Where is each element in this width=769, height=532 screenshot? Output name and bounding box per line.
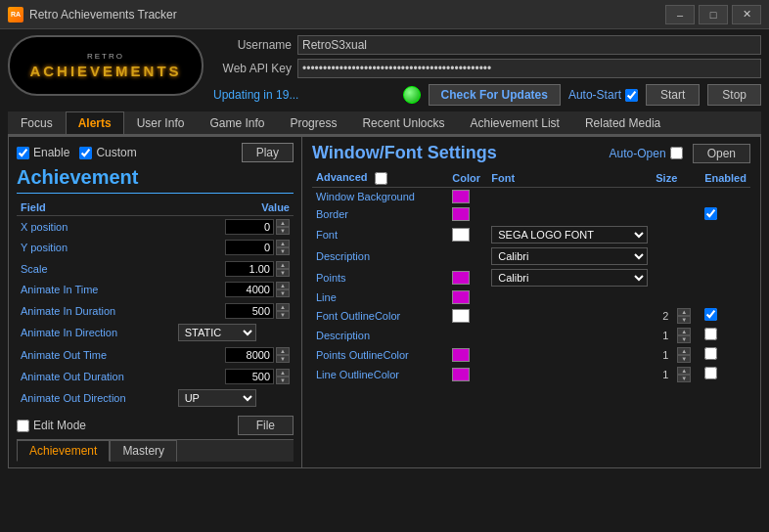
field-name: Y position xyxy=(17,238,174,259)
field-value-input[interactable] xyxy=(225,347,274,363)
size-spinner: 1▲▼ xyxy=(656,328,697,343)
web-api-key-input[interactable] xyxy=(297,59,761,78)
tab-focus[interactable]: Focus xyxy=(8,111,66,134)
size-spinner-down[interactable]: ▼ xyxy=(677,316,691,324)
minimize-button[interactable]: – xyxy=(665,5,695,24)
size-spinner-down[interactable]: ▼ xyxy=(677,375,691,382)
edit-mode-checkbox[interactable] xyxy=(17,420,29,432)
nav-tabs: Focus Alerts User Info Game Info Progres… xyxy=(8,111,761,136)
play-button[interactable]: Play xyxy=(242,143,294,162)
enabled-checkbox[interactable] xyxy=(704,367,717,379)
field-value-input[interactable] xyxy=(225,369,274,384)
font-dropdown[interactable]: Calibri xyxy=(491,247,648,265)
field-dropdown[interactable]: UPDOWNLEFTRIGHTSTATIC xyxy=(178,389,256,407)
size-spinner-up[interactable]: ▲ xyxy=(677,367,691,375)
spinner-down[interactable]: ▼ xyxy=(276,227,290,235)
field-value-input[interactable] xyxy=(225,219,274,235)
color-swatch[interactable] xyxy=(452,207,470,221)
spinner-up[interactable]: ▲ xyxy=(276,240,290,247)
color-swatch[interactable] xyxy=(452,309,470,323)
font-dropdown[interactable]: Calibri xyxy=(491,269,648,287)
enable-checkbox[interactable] xyxy=(17,147,29,159)
spinner-up[interactable]: ▲ xyxy=(276,219,290,227)
maximize-button[interactable]: □ xyxy=(699,5,728,24)
color-swatch[interactable] xyxy=(452,368,470,381)
field-row: X position▲▼ xyxy=(17,216,294,238)
field-value-spinner: ▲▼ xyxy=(178,240,290,255)
field-name: Animate In Duration xyxy=(17,300,174,322)
autostart-checkbox[interactable] xyxy=(625,89,638,102)
auto-open-checkbox[interactable] xyxy=(670,147,683,159)
spinner-up[interactable]: ▲ xyxy=(276,369,290,377)
edit-mode-text: Edit Mode xyxy=(33,419,86,432)
top-section: RETRO ACHIEVEMENTS Username Web API Key … xyxy=(8,35,761,106)
spinner-down[interactable]: ▼ xyxy=(276,247,290,255)
color-swatch[interactable] xyxy=(452,271,470,285)
field-name: Animate In Direction xyxy=(17,322,174,345)
spinner-down[interactable]: ▼ xyxy=(276,377,290,384)
advanced-checkbox[interactable] xyxy=(375,172,387,185)
file-button[interactable]: File xyxy=(238,416,294,435)
tab-achievement-list[interactable]: Achievement List xyxy=(458,111,572,134)
custom-checkbox[interactable] xyxy=(79,147,92,159)
field-value-input[interactable] xyxy=(225,240,274,255)
color-swatch[interactable] xyxy=(452,290,470,304)
field-value-input[interactable] xyxy=(225,282,274,297)
size-spinner-up[interactable]: ▲ xyxy=(677,347,691,355)
credentials-area: Username Web API Key Updating in 19... C… xyxy=(213,35,761,106)
enabled-header: Enabled xyxy=(701,169,750,187)
content-area: Enable Custom Play Achievement Field Val… xyxy=(8,136,761,468)
settings-row: Points OutlineColor1▲▼ xyxy=(312,345,750,365)
tab-related-media[interactable]: Related Media xyxy=(572,111,673,134)
size-value: 2 xyxy=(656,310,675,322)
size-spinner-up[interactable]: ▲ xyxy=(677,328,691,335)
color-header: Color xyxy=(448,169,487,187)
spinner-down[interactable]: ▼ xyxy=(276,289,290,297)
tab-alerts[interactable]: Alerts xyxy=(66,111,124,134)
check-updates-button[interactable]: Check For Updates xyxy=(429,84,561,106)
spinner-down[interactable]: ▼ xyxy=(276,355,290,363)
field-row: Animate Out DirectionUPDOWNLEFTRIGHTSTAT… xyxy=(17,386,294,410)
stop-button[interactable]: Stop xyxy=(707,84,761,106)
left-panel: Enable Custom Play Achievement Field Val… xyxy=(9,137,302,467)
field-value-input[interactable] xyxy=(225,261,274,277)
open-button[interactable]: Open xyxy=(693,144,750,163)
color-swatch[interactable] xyxy=(452,190,470,203)
spinner-up[interactable]: ▲ xyxy=(276,303,290,311)
auto-open-label: Auto-Open xyxy=(610,147,666,160)
field-value-input[interactable] xyxy=(225,303,274,319)
field-row: Animate Out Time▲▼ xyxy=(17,344,294,366)
size-spinner-down[interactable]: ▼ xyxy=(677,335,691,343)
tab-achievement[interactable]: Achievement xyxy=(17,440,110,462)
tab-progress[interactable]: Progress xyxy=(277,111,349,134)
spinner-down[interactable]: ▼ xyxy=(276,311,290,319)
tab-recent-unlocks[interactable]: Recent Unlocks xyxy=(349,111,457,134)
spinner-up[interactable]: ▲ xyxy=(276,347,290,355)
spinner-up[interactable]: ▲ xyxy=(276,261,290,269)
color-swatch[interactable] xyxy=(452,348,470,362)
settings-row: Font OutlineColor2▲▼ xyxy=(312,306,750,326)
enabled-checkbox[interactable] xyxy=(704,328,717,340)
spinner-up[interactable]: ▲ xyxy=(276,282,290,289)
size-spinner-up[interactable]: ▲ xyxy=(677,308,691,316)
field-dropdown-cell: UPDOWNLEFTRIGHTSTATIC xyxy=(178,389,290,407)
tab-game-info[interactable]: Game Info xyxy=(197,111,277,134)
username-input[interactable] xyxy=(297,35,761,55)
field-value-spinner: ▲▼ xyxy=(178,261,290,277)
field-value-spinner: ▲▼ xyxy=(178,369,290,384)
spinner-down[interactable]: ▼ xyxy=(276,269,290,277)
tab-mastery[interactable]: Mastery xyxy=(110,440,177,462)
enabled-checkbox[interactable] xyxy=(704,347,717,360)
tab-user-info[interactable]: User Info xyxy=(124,111,198,134)
left-panel-controls: Enable Custom Play xyxy=(17,143,294,162)
size-spinner-down[interactable]: ▼ xyxy=(677,355,691,363)
field-dropdown[interactable]: STATICLEFTRIGHTUPDOWN xyxy=(178,324,256,341)
enabled-checkbox[interactable] xyxy=(704,308,717,321)
enabled-checkbox[interactable] xyxy=(704,207,717,220)
font-dropdown[interactable]: SEGA LOGO FONT xyxy=(491,226,648,244)
color-swatch[interactable] xyxy=(452,228,470,242)
close-button[interactable]: ✕ xyxy=(732,5,761,24)
logo-retro-text: RETRO xyxy=(87,52,124,61)
right-panel: Window/Font Settings Auto-Open Open Adva… xyxy=(302,137,760,467)
start-button[interactable]: Start xyxy=(646,84,700,106)
